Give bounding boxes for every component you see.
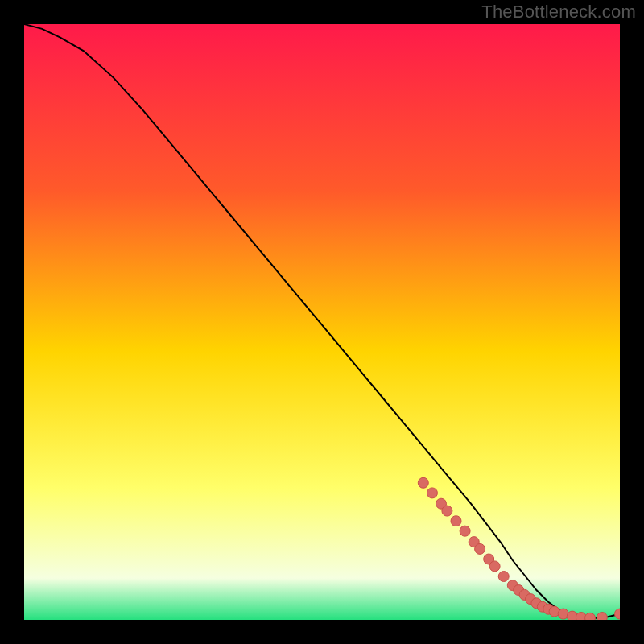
curve-marker	[451, 516, 461, 526]
plot-area	[24, 24, 620, 620]
curve-marker	[442, 506, 452, 516]
gradient-background	[24, 24, 620, 620]
curve-marker	[585, 613, 596, 620]
curve-marker	[597, 613, 607, 621]
curve-marker	[427, 488, 437, 498]
chart-stage: TheBottleneck.com	[0, 0, 644, 644]
watermark-label: TheBottleneck.com	[481, 2, 636, 23]
curve-marker	[460, 526, 470, 536]
plot-svg	[24, 24, 620, 620]
curve-marker	[475, 543, 485, 554]
curve-marker	[489, 561, 500, 572]
curve-marker	[498, 572, 509, 582]
curve-marker	[418, 477, 428, 488]
